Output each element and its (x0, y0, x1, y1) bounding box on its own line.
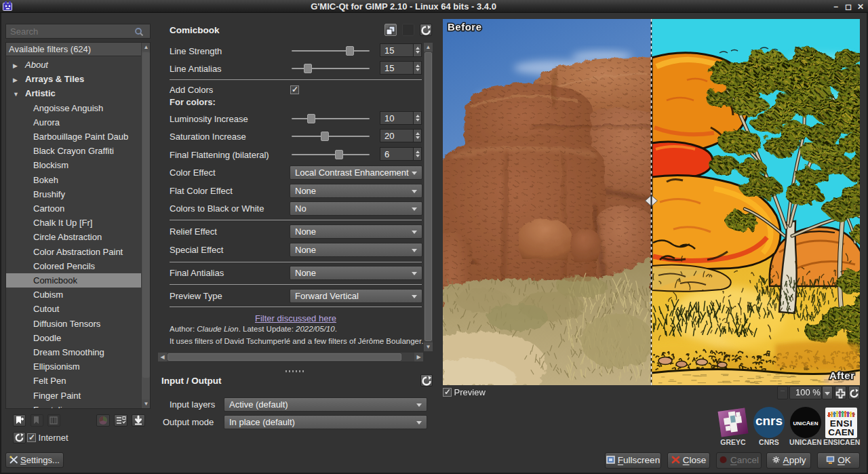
svg-text:After: After (829, 370, 855, 381)
svg-text:Before: Before (448, 21, 482, 33)
svg-text:CAEN: CAEN (828, 427, 854, 437)
